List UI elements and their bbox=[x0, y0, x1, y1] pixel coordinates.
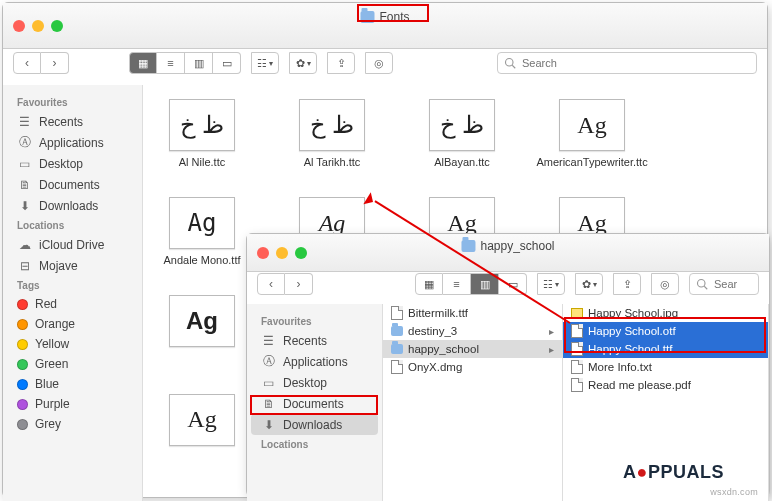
list-item[interactable]: Read me please.pdf bbox=[563, 376, 768, 394]
file-name: happy_school bbox=[408, 343, 479, 355]
forward-button[interactable]: › bbox=[41, 52, 69, 74]
section-favourites: Favourites bbox=[251, 312, 378, 330]
search-input[interactable] bbox=[497, 52, 757, 74]
icloud-icon: ☁ bbox=[17, 237, 32, 252]
share-button[interactable]: ⇪ bbox=[327, 52, 355, 74]
sidebar-tag[interactable]: Yellow bbox=[7, 334, 138, 354]
toolbar: ‹ › ▦ ≡ ▥ ▭ ☷▾ ✿▾ ⇪ ◎ bbox=[3, 49, 767, 85]
minimize-icon[interactable] bbox=[276, 247, 288, 259]
sidebar-item-label: Applications bbox=[283, 355, 348, 369]
list-item[interactable]: Happy School.otf bbox=[563, 322, 768, 340]
sidebar-tag[interactable]: Green bbox=[7, 354, 138, 374]
document-icon bbox=[391, 306, 403, 320]
sidebar-item-label: Recents bbox=[283, 334, 327, 348]
list-item[interactable]: destiny_3▸ bbox=[383, 322, 562, 340]
file-item[interactable]: ظ خAl Tarikh.ttc bbox=[287, 99, 377, 169]
share-button[interactable]: ⇪ bbox=[613, 273, 641, 295]
sidebar-item-documents[interactable]: 🗎Documents bbox=[251, 393, 378, 414]
sidebar-tag[interactable]: Orange bbox=[7, 314, 138, 334]
nav-back-forward: ‹ › bbox=[257, 273, 313, 295]
sidebar-item-label: Grey bbox=[35, 417, 61, 431]
list-item[interactable]: OnyX.dmg bbox=[383, 358, 562, 376]
sidebar-item-applications[interactable]: ⒶApplications bbox=[7, 132, 138, 153]
folder-icon bbox=[391, 344, 403, 354]
list-item[interactable]: Happy School.jpg bbox=[563, 304, 768, 322]
sidebar-item-label: Mojave bbox=[39, 259, 78, 273]
tags-button[interactable]: ◎ bbox=[365, 52, 393, 74]
file-item[interactable]: AgAmericanTypewriter.ttc bbox=[547, 99, 637, 169]
file-item[interactable]: ظ خAlBayan.ttc bbox=[417, 99, 507, 169]
view-columns-button[interactable]: ▥ bbox=[185, 52, 213, 74]
sidebar-item-recents[interactable]: ☰Recents bbox=[7, 111, 138, 132]
sidebar-item-mojave[interactable]: ⊟Mojave bbox=[7, 255, 138, 276]
folder-icon bbox=[360, 11, 374, 23]
sidebar-item-icloud[interactable]: ☁iCloud Drive bbox=[7, 234, 138, 255]
view-gallery-button[interactable]: ▭ bbox=[213, 52, 241, 74]
search-icon bbox=[696, 278, 708, 290]
action-menu[interactable]: ✿▾ bbox=[289, 52, 317, 74]
watermark-logo: A●PPUALS bbox=[623, 462, 724, 483]
file-name: AlBayan.ttc bbox=[434, 156, 490, 169]
list-item[interactable]: Bittermilk.ttf bbox=[383, 304, 562, 322]
sidebar-item-downloads[interactable]: ⬇Downloads bbox=[7, 195, 138, 216]
sidebar-item-downloads[interactable]: ⬇Downloads bbox=[251, 414, 378, 435]
sidebar-item-applications[interactable]: ⒶApplications bbox=[251, 351, 378, 372]
close-icon[interactable] bbox=[13, 20, 25, 32]
view-icons-button[interactable]: ▦ bbox=[415, 273, 443, 295]
sidebar-item-label: Orange bbox=[35, 317, 75, 331]
back-button[interactable]: ‹ bbox=[257, 273, 285, 295]
nav-back-forward: ‹ › bbox=[13, 52, 69, 74]
file-item[interactable]: ظ خAl Nile.ttc bbox=[157, 99, 247, 169]
maximize-icon[interactable] bbox=[51, 20, 63, 32]
sidebar-tag[interactable]: Blue bbox=[7, 374, 138, 394]
section-locations: Locations bbox=[251, 435, 378, 453]
file-name: Happy School.jpg bbox=[588, 307, 678, 319]
file-item[interactable]: AgAndale Mono.ttf bbox=[157, 197, 247, 267]
tag-dot-icon bbox=[17, 419, 28, 430]
view-list-button[interactable]: ≡ bbox=[157, 52, 185, 74]
sidebar-tag[interactable]: Grey bbox=[7, 414, 138, 434]
close-icon[interactable] bbox=[257, 247, 269, 259]
sidebar-tag[interactable]: Purple bbox=[7, 394, 138, 414]
file-thumbnail: ظ خ bbox=[169, 99, 235, 151]
forward-button[interactable]: › bbox=[285, 273, 313, 295]
list-item[interactable]: More Info.txt bbox=[563, 358, 768, 376]
file-item[interactable]: Ag bbox=[157, 295, 247, 365]
titlebar: happy_school bbox=[247, 234, 769, 272]
sidebar-item-recents[interactable]: ☰Recents bbox=[251, 330, 378, 351]
minimize-icon[interactable] bbox=[32, 20, 44, 32]
maximize-icon[interactable] bbox=[295, 247, 307, 259]
applications-icon: Ⓐ bbox=[17, 135, 32, 150]
sidebar-item-documents[interactable]: 🗎Documents bbox=[7, 174, 138, 195]
sidebar-item-desktop[interactable]: ▭Desktop bbox=[251, 372, 378, 393]
back-button[interactable]: ‹ bbox=[13, 52, 41, 74]
document-icon bbox=[571, 378, 583, 392]
list-item[interactable]: happy_school▸ bbox=[383, 340, 562, 358]
list-item[interactable]: Happy School.ttf bbox=[563, 340, 768, 358]
search-field[interactable] bbox=[689, 273, 759, 295]
sidebar-item-label: Green bbox=[35, 357, 68, 371]
action-menu[interactable]: ✿▾ bbox=[575, 273, 603, 295]
group-menu[interactable]: ☷▾ bbox=[251, 52, 279, 74]
svg-point-2 bbox=[698, 280, 706, 288]
window-controls bbox=[257, 247, 307, 259]
documents-icon: 🗎 bbox=[261, 396, 276, 411]
document-icon bbox=[391, 360, 403, 374]
view-list-button[interactable]: ≡ bbox=[443, 273, 471, 295]
downloads-icon: ⬇ bbox=[261, 417, 276, 432]
tag-dot-icon bbox=[17, 379, 28, 390]
sidebar-item-desktop[interactable]: ▭Desktop bbox=[7, 153, 138, 174]
group-menu[interactable]: ☷▾ bbox=[537, 273, 565, 295]
file-name: Al Nile.ttc bbox=[179, 156, 225, 169]
view-icons-button[interactable]: ▦ bbox=[129, 52, 157, 74]
search-field[interactable] bbox=[497, 52, 757, 74]
toolbar: ‹ › ▦ ≡ ▥ ▭ ☷▾ ✿▾ ⇪ ◎ bbox=[247, 272, 769, 304]
tags-button[interactable]: ◎ bbox=[651, 273, 679, 295]
finder-window-happy-school: happy_school ‹ › ▦ ≡ ▥ ▭ ☷▾ ✿▾ ⇪ ◎ Favou… bbox=[246, 233, 770, 497]
window-title-text: Fonts bbox=[379, 10, 409, 24]
file-item[interactable]: Ag bbox=[157, 394, 247, 451]
file-name: destiny_3 bbox=[408, 325, 457, 337]
file-thumbnail: Ag bbox=[169, 394, 235, 446]
sidebar-item-label: Red bbox=[35, 297, 57, 311]
sidebar-tag[interactable]: Red bbox=[7, 294, 138, 314]
